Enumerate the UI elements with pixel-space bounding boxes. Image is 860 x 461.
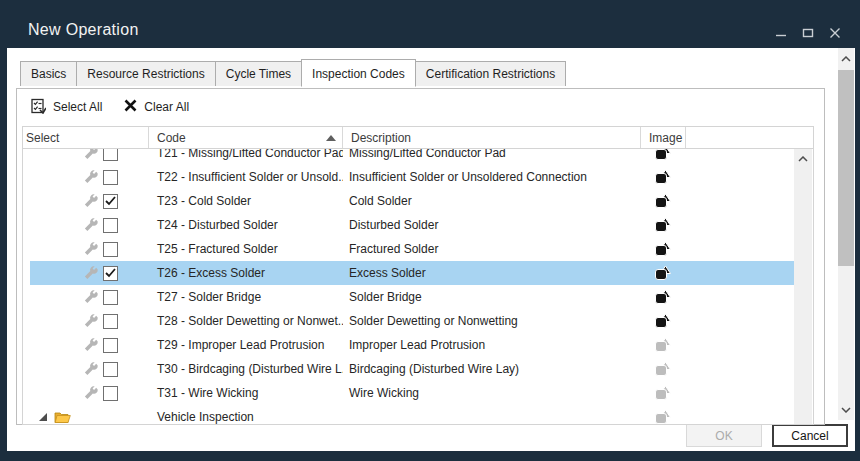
image-icon[interactable] — [655, 218, 672, 233]
image-icon[interactable] — [655, 149, 672, 161]
row-filler — [686, 285, 796, 309]
code-cell: T30 - Birdcaging (Disturbed Wire L... — [149, 357, 343, 381]
row-indicator-gutter — [23, 405, 30, 425]
dialog-scroll-down-icon[interactable] — [838, 401, 854, 418]
image-icon[interactable] — [655, 362, 672, 377]
image-icon[interactable] — [655, 314, 672, 329]
tab-basics[interactable]: Basics — [20, 61, 77, 86]
select-all-label: Select All — [53, 100, 102, 114]
table-row[interactable]: T25 - Fractured SolderFractured Solder — [23, 237, 796, 261]
column-header-filler — [686, 127, 813, 148]
code-cell: T25 - Fractured Solder — [149, 237, 343, 261]
select-cell — [30, 213, 149, 237]
image-icon[interactable] — [655, 338, 672, 353]
row-indicator-gutter — [23, 189, 30, 213]
row-checkbox[interactable] — [103, 242, 118, 257]
image-icon[interactable] — [655, 266, 672, 281]
column-header-description[interactable]: Description — [343, 127, 641, 148]
description-cell: Fractured Solder — [343, 237, 641, 261]
scroll-up-icon[interactable] — [794, 152, 812, 166]
image-icon[interactable] — [655, 410, 672, 425]
row-filler — [686, 357, 796, 381]
image-icon[interactable] — [655, 386, 672, 401]
dialog-vertical-scrollbar[interactable] — [838, 48, 854, 420]
row-indicator-gutter — [23, 309, 30, 333]
image-cell — [641, 405, 686, 425]
tab-certification-restrictions[interactable]: Certification Restrictions — [415, 61, 566, 86]
row-checkbox[interactable] — [103, 338, 118, 353]
dialog-scroll-up-icon[interactable] — [838, 50, 854, 67]
expander-expanded-icon[interactable] — [39, 413, 47, 421]
row-indicator-gutter — [23, 357, 30, 381]
table-row[interactable]: T31 - Wire WickingWire Wicking — [23, 381, 796, 405]
inspection-codes-grid: Select Code Description Image T21 - Miss… — [22, 126, 814, 425]
row-checkbox[interactable] — [103, 170, 118, 185]
image-icon[interactable] — [655, 194, 672, 209]
row-checkbox[interactable] — [103, 149, 118, 161]
select-cell — [30, 261, 149, 285]
row-checkbox[interactable] — [103, 362, 118, 377]
group-row[interactable]: Vehicle Inspection — [23, 405, 796, 425]
row-filler — [686, 261, 796, 285]
row-checkbox[interactable] — [103, 290, 118, 305]
ok-button[interactable]: OK — [686, 424, 762, 447]
table-row[interactable]: T24 - Disturbed SolderDisturbed Solder — [23, 213, 796, 237]
row-checkbox-checked[interactable] — [103, 266, 118, 281]
sort-ascending-icon — [326, 135, 336, 141]
wrench-icon — [84, 149, 98, 160]
table-row[interactable]: T28 - Solder Dewetting or Nonwet...Solde… — [23, 309, 796, 333]
description-cell: Cold Solder — [343, 189, 641, 213]
table-row[interactable]: T22 - Insufficient Solder or Unsold...In… — [23, 165, 796, 189]
row-checkbox[interactable] — [103, 386, 118, 401]
image-icon[interactable] — [655, 170, 672, 185]
tab-cycle-times[interactable]: Cycle Times — [215, 61, 302, 86]
dialog-scrollbar-thumb[interactable] — [838, 70, 854, 266]
code-cell: T23 - Cold Solder — [149, 189, 343, 213]
table-row[interactable]: T30 - Birdcaging (Disturbed Wire L...Bir… — [23, 357, 796, 381]
row-checkbox[interactable] — [103, 218, 118, 233]
tab-resource-restrictions[interactable]: Resource Restrictions — [76, 61, 215, 86]
maximize-icon[interactable] — [801, 26, 815, 40]
row-checkbox[interactable] — [103, 314, 118, 329]
minimize-icon[interactable] — [774, 26, 788, 40]
table-row[interactable]: T29 - Improper Lead ProtrusionImproper L… — [23, 333, 796, 357]
code-cell: T24 - Disturbed Solder — [149, 213, 343, 237]
row-indicator-gutter — [23, 381, 30, 405]
row-filler — [686, 237, 796, 261]
select-all-button[interactable]: Select All — [30, 98, 102, 117]
image-icon[interactable] — [655, 242, 672, 257]
code-cell: T28 - Solder Dewetting or Nonwet... — [149, 309, 343, 333]
table-row[interactable]: T23 - Cold SolderCold Solder — [23, 189, 796, 213]
code-cell: T31 - Wire Wicking — [149, 381, 343, 405]
column-header-select[interactable]: Select — [23, 127, 149, 148]
wrench-icon — [84, 386, 98, 400]
description-cell: Solder Dewetting or Nonwetting — [343, 309, 641, 333]
code-cell: T27 - Solder Bridge — [149, 285, 343, 309]
column-header-code[interactable]: Code — [149, 127, 343, 148]
wrench-icon — [84, 218, 98, 232]
tab-inspection-codes[interactable]: Inspection Codes — [301, 59, 416, 87]
cancel-button[interactable]: Cancel — [772, 424, 848, 447]
row-filler — [686, 405, 796, 425]
select-cell — [30, 237, 149, 261]
row-indicator-gutter — [23, 333, 30, 357]
dialog-content: BasicsResource RestrictionsCycle TimesIn… — [7, 48, 855, 451]
clear-all-label: Clear All — [144, 100, 189, 114]
image-icon[interactable] — [655, 290, 672, 305]
image-cell — [641, 285, 686, 309]
folder-icon — [54, 410, 71, 424]
table-row[interactable]: T26 - Excess SolderExcess Solder — [23, 261, 796, 285]
column-header-image[interactable]: Image — [641, 127, 686, 148]
table-row[interactable]: T27 - Solder BridgeSolder Bridge — [23, 285, 796, 309]
row-filler — [686, 213, 796, 237]
dialog-footer: OK Cancel — [7, 424, 855, 448]
image-cell — [641, 261, 686, 285]
grid-vertical-scrollbar[interactable] — [794, 149, 812, 425]
table-row[interactable]: T21 - Missing/Lifted Conductor PadMissin… — [23, 149, 796, 165]
select-cell — [30, 357, 149, 381]
clear-all-button[interactable]: Clear All — [124, 99, 189, 115]
grid-toolbar: Select All Clear All — [17, 89, 824, 125]
close-icon[interactable] — [828, 26, 842, 40]
row-checkbox-checked[interactable] — [103, 194, 118, 209]
select-cell — [30, 189, 149, 213]
